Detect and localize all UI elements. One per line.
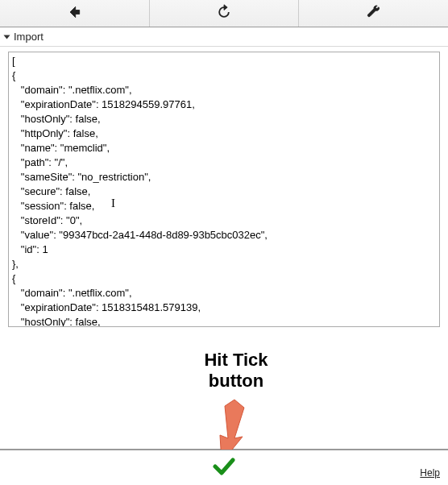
help-link[interactable]: Help <box>420 467 440 479</box>
confirm-tick-button[interactable] <box>208 456 240 480</box>
refresh-icon <box>216 4 232 23</box>
editor-area: I <box>0 47 448 334</box>
top-toolbar <box>0 0 448 27</box>
settings-button[interactable] <box>299 0 448 27</box>
wrench-icon <box>366 4 382 23</box>
import-section-header[interactable]: Import <box>0 27 448 47</box>
import-json-textarea[interactable] <box>8 52 440 327</box>
refresh-button[interactable] <box>150 0 300 27</box>
back-arrow-icon <box>66 4 82 23</box>
collapse-triangle-icon <box>4 35 10 39</box>
section-title: Import <box>14 31 44 43</box>
annotation-line1: Hit Tick <box>204 350 268 370</box>
back-button[interactable] <box>0 0 150 27</box>
bottom-bar: Help <box>0 450 448 485</box>
annotation-line2: button <box>209 371 263 391</box>
checkmark-icon <box>213 457 235 479</box>
annotation-overlay: Hit Tick button <box>0 345 448 450</box>
annotation-text: Hit Tick button <box>184 350 288 392</box>
